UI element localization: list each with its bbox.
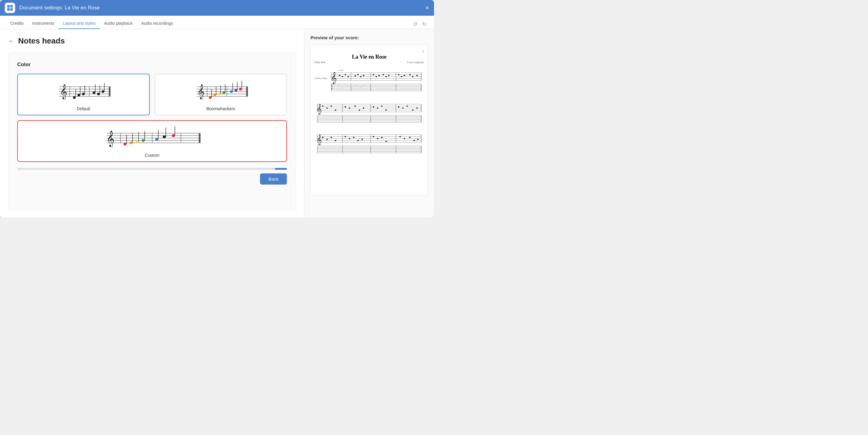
- default-staff: 𝄞: [22, 79, 146, 103]
- svg-point-108: [360, 76, 362, 77]
- svg-point-199: [357, 140, 359, 142]
- tab-audio-playback[interactable]: Audio playback: [100, 18, 137, 29]
- composer-right: Louis Gugliemi: [407, 61, 424, 64]
- tab-bar: Credits Instruments Layout and styles Au…: [0, 16, 434, 29]
- svg-point-204: [385, 141, 387, 142]
- svg-point-115: [388, 75, 390, 76]
- tab-actions: ↺ ↻: [412, 20, 428, 29]
- svg-rect-1: [10, 5, 13, 7]
- svg-point-103: [342, 76, 343, 77]
- svg-text:♩= 85: ♩= 85: [338, 69, 343, 71]
- svg-point-152: [322, 105, 324, 107]
- svg-point-120: [412, 76, 413, 77]
- svg-point-201: [373, 136, 374, 137]
- section-card: Color: [8, 53, 296, 210]
- svg-point-207: [409, 137, 411, 138]
- svg-point-200: [362, 139, 363, 140]
- svg-point-111: [375, 76, 377, 77]
- svg-point-157: [349, 107, 350, 109]
- svg-point-118: [404, 75, 405, 76]
- svg-point-192: [322, 137, 324, 138]
- custom-label: Custom: [22, 153, 283, 158]
- option-custom[interactable]: 𝄞: [17, 120, 287, 162]
- svg-point-22: [97, 93, 100, 95]
- svg-point-38: [213, 94, 216, 97]
- back-arrow-icon[interactable]: ←: [8, 37, 14, 44]
- svg-point-114: [385, 76, 387, 77]
- svg-point-116: [398, 74, 400, 75]
- svg-point-205: [400, 136, 401, 137]
- page-number: 1: [314, 50, 424, 53]
- scroll-thumb[interactable]: [275, 168, 287, 170]
- svg-point-67: [142, 139, 145, 142]
- score-staff-block-3: 𝄞: [314, 129, 424, 156]
- scroll-track[interactable]: [17, 168, 287, 170]
- composer-left: Édith Piaf: [314, 61, 325, 64]
- svg-point-156: [345, 106, 346, 108]
- svg-rect-2: [7, 8, 10, 10]
- svg-point-119: [409, 74, 411, 75]
- svg-text:𝄞: 𝄞: [316, 104, 322, 115]
- svg-point-117: [401, 76, 402, 77]
- right-panel: Preview of your score: 1 La Vie en Rose …: [304, 29, 434, 218]
- svg-point-162: [377, 107, 378, 109]
- svg-rect-0: [7, 5, 10, 7]
- close-button[interactable]: ×: [425, 4, 429, 12]
- svg-point-46: [235, 89, 237, 92]
- svg-point-14: [73, 96, 76, 99]
- score-subtitle-row: Édith Piaf Louis Gugliemi: [314, 61, 424, 64]
- svg-text:2: 2: [342, 86, 342, 88]
- svg-point-206: [404, 138, 405, 139]
- svg-point-197: [349, 138, 350, 139]
- color-section-label: Color: [17, 62, 287, 68]
- svg-point-164: [385, 110, 387, 111]
- svg-text:𝄞: 𝄞: [197, 84, 205, 100]
- svg-point-194: [331, 137, 332, 138]
- svg-rect-3: [10, 8, 13, 10]
- svg-point-154: [331, 105, 332, 107]
- tab-instruments[interactable]: Instruments: [28, 18, 58, 29]
- bottom-bar: Back: [17, 170, 287, 185]
- page-header: ← Notes heads: [8, 36, 296, 45]
- svg-point-163: [381, 105, 383, 107]
- svg-point-106: [354, 75, 356, 77]
- svg-point-121: [416, 75, 418, 76]
- content-area: ← Notes heads Color: [0, 29, 434, 218]
- svg-point-65: [135, 140, 138, 143]
- tab-audio-recordings[interactable]: Audio recordings: [137, 18, 177, 29]
- svg-point-202: [377, 138, 378, 139]
- svg-point-208: [413, 140, 415, 142]
- svg-point-113: [383, 74, 384, 75]
- svg-text:3: 3: [360, 86, 361, 88]
- svg-point-44: [230, 90, 232, 93]
- svg-point-61: [124, 143, 127, 146]
- svg-point-16: [78, 94, 80, 97]
- svg-point-167: [406, 105, 408, 107]
- svg-text:𝄞: 𝄞: [60, 84, 67, 100]
- svg-text:𝄞: 𝄞: [331, 72, 337, 84]
- tab-credits[interactable]: Credits: [6, 18, 28, 29]
- svg-point-169: [416, 107, 418, 109]
- option-boomwhackers[interactable]: 𝄞: [155, 74, 287, 115]
- undo-button[interactable]: ↺: [412, 20, 418, 29]
- tab-layout[interactable]: Layout and styles: [59, 18, 100, 29]
- score-staff-block-1: Acoustic Guitar: [314, 66, 424, 95]
- svg-point-168: [412, 110, 413, 111]
- svg-point-193: [327, 139, 328, 140]
- svg-point-203: [381, 137, 383, 138]
- default-label: Default: [22, 106, 146, 111]
- svg-point-165: [398, 106, 400, 108]
- svg-point-24: [102, 90, 104, 93]
- svg-point-105: [347, 76, 349, 77]
- redo-button[interactable]: ↻: [421, 20, 428, 29]
- svg-text:𝄞: 𝄞: [106, 130, 115, 148]
- back-button[interactable]: Back: [260, 174, 287, 185]
- svg-point-63: [130, 142, 132, 145]
- option-default[interactable]: 𝄞: [17, 74, 150, 115]
- svg-point-198: [353, 137, 354, 138]
- boomwhackers-staff: 𝄞: [159, 79, 283, 103]
- svg-point-40: [218, 93, 220, 95]
- svg-text:B: B: [331, 87, 333, 89]
- svg-point-166: [402, 107, 404, 109]
- svg-point-36: [209, 96, 211, 99]
